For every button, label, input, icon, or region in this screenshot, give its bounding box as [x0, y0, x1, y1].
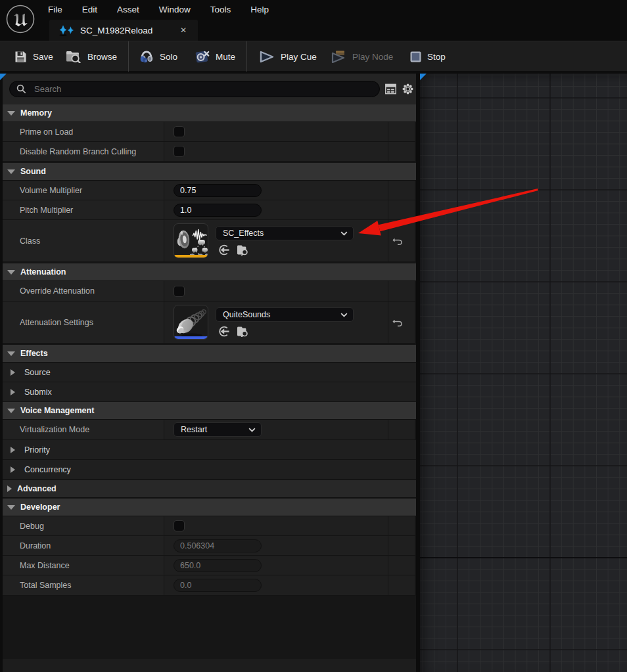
details-rows: Memory Prime on Load Disable Random Bran…: [3, 104, 416, 596]
chevron-collapsed-icon: [11, 447, 15, 453]
class-dropdown[interactable]: SC_Effects: [216, 226, 354, 240]
headphones-icon: [139, 50, 154, 63]
property-label: Max Distance: [20, 561, 70, 570]
property-label: Prime on Load: [20, 127, 73, 137]
chevron-collapsed-icon: [11, 369, 15, 376]
total-samples-input: 0.0: [174, 579, 262, 592]
subcategory-submix[interactable]: Submix: [3, 382, 416, 402]
property-label: Class: [20, 236, 40, 246]
row-duration: Duration 0.506304: [3, 536, 416, 556]
menu-tools[interactable]: Tools: [200, 0, 241, 20]
prime-on-load-checkbox[interactable]: [174, 126, 185, 137]
menu-edit[interactable]: Edit: [72, 0, 107, 20]
sound-cue-asset-icon: [58, 24, 75, 36]
mute-button[interactable]: Mute: [195, 41, 235, 72]
category-attenuation[interactable]: Attenuation: [3, 263, 416, 281]
chevron-expanded-icon: [7, 111, 15, 116]
editor-toolbar: Save Browse Solo Mute: [0, 41, 627, 71]
virtualization-mode-dropdown[interactable]: Restart: [174, 422, 262, 437]
chevron-expanded-icon: [7, 169, 15, 174]
chevron-collapsed-icon: [11, 466, 15, 473]
asset-color-bar: [174, 336, 208, 339]
display-mode-icon[interactable]: [384, 83, 397, 95]
duration-input: 0.506304: [174, 539, 262, 552]
sound-cue-thumbnail[interactable]: [174, 223, 208, 258]
stop-button[interactable]: Stop: [410, 41, 446, 72]
save-button[interactable]: Save: [14, 41, 53, 72]
property-label: Virtualization Mode: [20, 425, 89, 434]
reset-to-default-icon[interactable]: [392, 236, 403, 246]
row-prime-on-load: Prime on Load: [3, 122, 416, 142]
row-class: Class: [3, 220, 416, 262]
subcategory-source[interactable]: Source: [3, 363, 416, 382]
asset-color-bar: [174, 255, 208, 258]
browse-to-asset-icon[interactable]: [236, 326, 249, 337]
category-developer[interactable]: Developer: [3, 499, 416, 516]
property-label: Override Attenuation: [20, 286, 95, 296]
category-advanced[interactable]: Advanced: [3, 480, 416, 498]
panel-focus-corner: [0, 74, 7, 80]
menu-file[interactable]: File: [38, 0, 72, 20]
details-footer-strip: [3, 659, 416, 672]
row-attenuation-settings: Attenuation Settings: [3, 302, 416, 344]
reset-to-default-icon[interactable]: [392, 318, 403, 327]
sound-cue-graph-panel[interactable]: [420, 74, 627, 672]
chevron-down-icon: [340, 313, 348, 317]
browse-icon: [66, 50, 81, 63]
subcategory-priority[interactable]: Priority: [3, 440, 416, 460]
use-selected-asset-icon[interactable]: [218, 326, 229, 337]
disable-random-branch-culling-checkbox[interactable]: [174, 146, 185, 157]
volume-multiplier-input[interactable]: 0.75: [174, 184, 262, 197]
solo-button[interactable]: Solo: [139, 41, 177, 72]
tab-close-icon[interactable]: ✕: [178, 25, 189, 35]
details-search-band: Search: [3, 74, 416, 104]
category-sound[interactable]: Sound: [3, 163, 416, 181]
chevron-expanded-icon: [7, 351, 15, 356]
attenuation-settings-dropdown[interactable]: QuiteSounds: [216, 307, 354, 322]
browse-to-asset-icon[interactable]: [236, 244, 249, 256]
row-total-samples: Total Samples 0.0: [3, 575, 416, 596]
play-node-button[interactable]: Play Node: [331, 41, 393, 72]
pitch-multiplier-input[interactable]: 1.0: [174, 204, 262, 217]
property-label: Duration: [20, 541, 51, 550]
tab-title: SC_M1982Reload: [80, 26, 152, 35]
row-disable-random-branch-culling: Disable Random Branch Culling: [3, 142, 416, 162]
property-label: Disable Random Branch Culling: [20, 147, 136, 156]
details-empty-area: [3, 596, 416, 659]
settings-gear-icon[interactable]: [402, 83, 414, 95]
details-panel: Search Memory Prime on Load: [0, 74, 416, 672]
tab-bar: SC_M1982Reload ✕: [0, 20, 627, 41]
override-attenuation-checkbox[interactable]: [174, 286, 185, 297]
attenuation-thumbnail[interactable]: [174, 305, 208, 340]
play-node-icon: [331, 51, 346, 63]
row-virtualization-mode: Virtualization Mode Restart: [3, 420, 416, 440]
category-effects[interactable]: Effects: [3, 345, 416, 363]
browse-button[interactable]: Browse: [66, 41, 117, 72]
row-override-attenuation: Override Attenuation: [3, 281, 416, 302]
category-memory[interactable]: Memory: [3, 104, 416, 122]
main-area: Search Memory Prime on Load: [0, 74, 627, 672]
search-input[interactable]: Search: [9, 81, 380, 97]
graph-edge-shade: [420, 74, 627, 672]
tab-sc-m1982reload[interactable]: SC_M1982Reload ✕: [49, 20, 198, 41]
max-distance-input: 650.0: [174, 559, 262, 572]
chevron-expanded-icon: [7, 270, 15, 275]
property-label: Volume Multiplier: [20, 186, 82, 195]
menu-window[interactable]: Window: [149, 0, 200, 20]
row-pitch-multiplier: Pitch Multiplier 1.0: [3, 200, 416, 220]
search-icon: [16, 84, 26, 94]
menu-help[interactable]: Help: [241, 0, 279, 20]
unreal-engine-logo[interactable]: [5, 4, 35, 34]
save-icon: [14, 51, 27, 63]
toolbar-separator: [128, 41, 129, 72]
property-label: Debug: [20, 522, 44, 531]
menu-bar: File Edit Asset Window Tools Help: [0, 0, 627, 20]
menu-asset[interactable]: Asset: [107, 0, 149, 20]
mute-speaker-icon: [195, 50, 210, 64]
use-selected-asset-icon[interactable]: [218, 244, 229, 256]
debug-checkbox[interactable]: [174, 520, 185, 531]
subcategory-concurrency[interactable]: Concurrency: [3, 460, 416, 480]
category-voice-management[interactable]: Voice Management: [3, 402, 416, 420]
play-cue-button[interactable]: Play Cue: [260, 41, 317, 72]
chevron-down-icon: [340, 231, 348, 236]
